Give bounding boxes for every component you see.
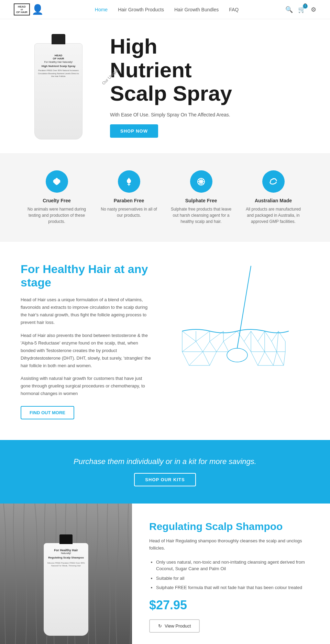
- svg-line-30: [244, 341, 251, 352]
- shampoo-bottle-label: For Healthy Hair Naturally! Regulating S…: [44, 543, 88, 572]
- svg-line-16: [237, 331, 244, 341]
- svg-line-9: [182, 331, 196, 341]
- feature-sulphate-free: Sulphate Free Sulphate free products tha…: [170, 170, 232, 225]
- healthy-hair-title-prefix: For: [21, 262, 43, 275]
- shampoo-title-highlight: Shampoo: [236, 521, 283, 532]
- svg-line-46: [210, 352, 217, 365]
- nav-home[interactable]: Home: [95, 7, 108, 12]
- svg-line-29: [223, 341, 229, 352]
- svg-line-47: [251, 352, 258, 365]
- australian-made-desc: All products are manufactured and packag…: [242, 206, 304, 225]
- svg-line-11: [196, 331, 210, 341]
- logo-text-hair: OF HAIR: [16, 11, 28, 14]
- svg-line-49: [265, 352, 273, 365]
- paraben-free-title: Paraben Free: [98, 198, 160, 203]
- svg-line-50: [273, 352, 277, 365]
- cruelty-free-icon: [46, 170, 68, 193]
- svg-line-32: [258, 341, 265, 352]
- cruelty-free-desc: No animals were harmed during testing an…: [26, 206, 88, 225]
- hair-background: For Healthy Hair Naturally! Regulating S…: [0, 504, 132, 644]
- svg-line-26: [203, 341, 210, 352]
- header: HEAD OF OF HAIR 👤 Home Hair Growth Produ…: [0, 0, 330, 19]
- main-nav: Home Hair Growth Products Hair Growth Bu…: [95, 7, 239, 12]
- settings-icon[interactable]: ⚙: [311, 6, 316, 13]
- logo-text-head: HEAD: [16, 5, 28, 9]
- nav-faq[interactable]: FAQ: [229, 7, 239, 12]
- feature-australian-made: Australian Made All products are manufac…: [242, 170, 304, 225]
- shampoo-bottle-cap: [59, 534, 73, 544]
- svg-line-27: [210, 341, 217, 352]
- logo-icon: 👤: [32, 4, 44, 15]
- svg-line-18: [251, 331, 258, 341]
- svg-line-24: [182, 341, 196, 352]
- view-product-button[interactable]: ↻ View Product: [149, 619, 200, 633]
- sulphate-free-desc: Sulphate free products that leave out ha…: [170, 206, 232, 225]
- healthy-hair-text: For Healthy Hair at any stage Head of Ha…: [21, 262, 151, 419]
- cta-banner-text: Purchase them individually or in a kit f…: [21, 457, 309, 466]
- logo[interactable]: HEAD OF OF HAIR 👤: [14, 3, 48, 15]
- cart-icon-wrapper[interactable]: 🛒0: [298, 6, 306, 13]
- hero-section: HEADOF HAIR For Healthy Hair Naturally! …: [0, 19, 330, 153]
- healthy-hair-para3: Assisting with natural hair growth for c…: [21, 375, 151, 397]
- feature-cruelty-free: Cruelty Free No animals were harmed duri…: [26, 170, 88, 225]
- search-icon[interactable]: 🔍: [285, 6, 293, 13]
- hero-product-image: HEADOF HAIR For Healthy Hair Naturally! …: [21, 33, 96, 139]
- hero-shop-now-button[interactable]: SHOP NOW: [110, 124, 158, 138]
- svg-line-52: [284, 352, 285, 365]
- cart-badge: 0: [303, 4, 308, 9]
- hero-subtitle: With Ease Of Use. Simply Spray On The Af…: [110, 112, 309, 117]
- svg-point-8: [227, 348, 248, 362]
- cruelty-free-title: Cruelty Free: [26, 198, 88, 203]
- shampoo-features-list: Only uses natural, non-toxic and non-irr…: [149, 559, 313, 591]
- shampoo-feature-1: Only uses natural, non-toxic and non-irr…: [156, 559, 313, 572]
- australian-made-title: Australian Made: [242, 198, 304, 203]
- hero-title: HighNutrientScalp Spray: [110, 35, 309, 105]
- find-out-more-button[interactable]: FIND OUT MORE: [21, 406, 74, 419]
- shop-our-kits-button[interactable]: SHOP OUR KITS: [134, 473, 196, 486]
- shampoo-price: $27.95: [149, 598, 313, 612]
- healthy-hair-title-highlight: Healthy Hair: [43, 262, 111, 275]
- healthy-hair-title: For Healthy Hair at any stage: [21, 262, 151, 289]
- shampoo-image-col: For Healthy Hair Naturally! Regulating S…: [0, 504, 132, 644]
- shampoo-info-col: Regulating Scalp Shampoo Head of Hair Re…: [132, 504, 330, 644]
- svg-line-45: [203, 352, 210, 365]
- shampoo-feature-2: Suitable for all: [156, 575, 313, 582]
- svg-line-35: [277, 331, 278, 352]
- hero-text-block: HighNutrientScalp Spray With Ease Of Use…: [110, 35, 309, 138]
- feature-paraben-free: Paraben Free No nasty preservatives in a…: [98, 170, 160, 225]
- australian-made-icon: [262, 170, 285, 193]
- healthy-hair-para1: Head of Hair uses a unique formulation o…: [21, 296, 151, 326]
- svg-line-20: [265, 331, 272, 341]
- healthy-hair-section: For Healthy Hair at any stage Head of Ha…: [0, 242, 330, 440]
- sulphate-free-icon: [190, 170, 212, 193]
- shampoo-title: Regulating Scalp Shampoo: [149, 521, 313, 532]
- svg-line-44: [189, 352, 203, 365]
- bottle-cap: [52, 34, 65, 44]
- svg-line-34: [272, 341, 277, 352]
- shampoo-product-section: For Healthy Hair Naturally! Regulating S…: [0, 504, 330, 644]
- svg-line-19: [258, 331, 265, 341]
- shampoo-title-text: Regulating Scalp: [149, 521, 236, 532]
- shampoo-feature-3: Sulphate FREE formula that will not fade…: [156, 584, 313, 591]
- header-icons: 🔍 🛒0 ⚙: [285, 6, 316, 13]
- svg-line-51: [277, 352, 284, 365]
- shampoo-bottle: For Healthy Hair Naturally! Regulating S…: [44, 543, 88, 636]
- nav-hair-growth-products[interactable]: Hair Growth Products: [118, 7, 164, 12]
- hair-illustration: [158, 262, 309, 372]
- bottle-label-hero: HEADOF HAIR For Healthy Hair Naturally! …: [35, 52, 82, 79]
- cta-banner: Purchase them individually or in a kit f…: [0, 440, 330, 504]
- svg-line-25: [196, 341, 203, 352]
- logo-box: HEAD OF OF HAIR: [14, 3, 30, 15]
- shampoo-description: Head of Hair Regulating shampoo thorough…: [149, 538, 313, 552]
- svg-line-43: [182, 352, 189, 365]
- svg-line-48: [258, 352, 265, 365]
- refresh-icon: ↻: [158, 623, 162, 629]
- hair-follicle-svg: [175, 262, 292, 372]
- paraben-free-icon: [118, 170, 140, 193]
- svg-line-28: [217, 341, 223, 352]
- view-product-label: View Product: [165, 623, 191, 629]
- features-section: Cruelty Free No animals were harmed duri…: [0, 153, 330, 242]
- healthy-hair-para2: Head of Hair also prevents the bond betw…: [21, 332, 151, 370]
- nav-hair-growth-bundles[interactable]: Hair Growth Bundles: [174, 7, 219, 12]
- svg-line-17: [244, 331, 251, 341]
